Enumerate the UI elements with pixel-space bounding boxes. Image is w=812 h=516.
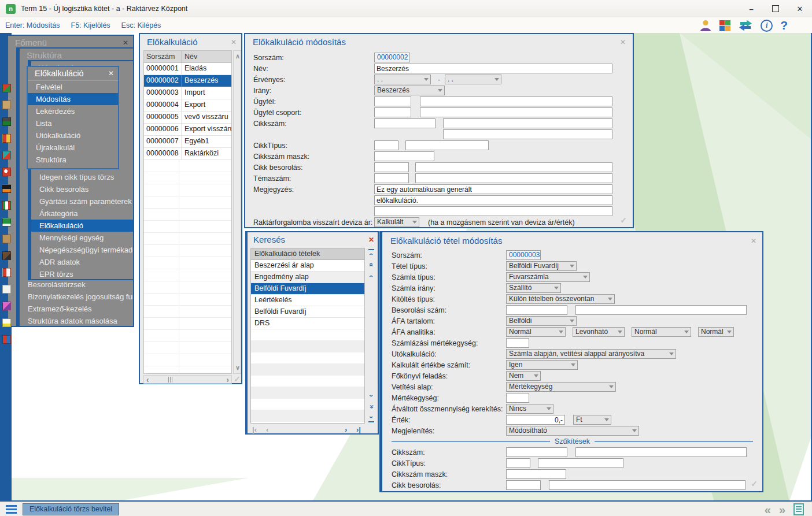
vetitesi-alap-combo[interactable]: Mértékegység [506, 382, 616, 392]
table-row-selected[interactable]: 00000002Beszerzés [144, 75, 231, 87]
megjegyzes-line1-input[interactable] [374, 184, 612, 194]
scroll-page-up-icon[interactable] [367, 261, 376, 268]
menu-esc-kilepes[interactable]: Esc: Kilépés [121, 21, 161, 29]
table-row[interactable]: 00000006Export visszáru [144, 124, 231, 136]
nav-next-icon[interactable] [345, 425, 347, 434]
mini-module-icon[interactable] [2, 218, 11, 227]
confirm-check-icon[interactable] [234, 374, 241, 384]
menu-item[interactable]: Mennyiségi egység [31, 232, 133, 244]
menu-item[interactable]: Besorolástörzsek [20, 279, 133, 291]
scroll-page-down-icon[interactable] [367, 403, 376, 410]
mini-module-icon[interactable] [2, 201, 11, 210]
mini-module-icon[interactable] [2, 318, 11, 327]
status-tab[interactable]: Előkalkuláció törzs bevitel [23, 503, 119, 515]
ervenyes-from-combo[interactable]: . . [374, 75, 431, 84]
besorolasi-szam-code-input[interactable] [506, 305, 567, 315]
tetel-tipus-combo[interactable]: Belföldi Fuvardíj [506, 261, 577, 271]
menu-item[interactable]: Bizonylatkezelés jogosultság funkció [20, 291, 133, 303]
nav-first-icon[interactable] [252, 425, 257, 434]
atvaltott-combo[interactable]: Nincs [506, 404, 553, 414]
cikktipus-code-input[interactable] [374, 140, 398, 150]
irany-combo[interactable]: Beszerzés [374, 86, 445, 95]
szukites-cikkszam-maszk-input[interactable] [506, 469, 566, 479]
menu-item[interactable]: ADR adatok [31, 256, 133, 268]
confirm-check-icon[interactable] [620, 216, 627, 225]
cikk-besorolas-code-input[interactable] [374, 162, 409, 172]
scroll-up-icon[interactable] [235, 53, 240, 60]
menu-item[interactable]: Utókalkuláció [28, 129, 118, 142]
scroll-down-icon[interactable] [235, 365, 240, 371]
temaszam-name-input[interactable] [415, 173, 612, 183]
cikkszam-maszk-input[interactable] [374, 151, 434, 161]
menu-item[interactable]: Struktúra adatok másolása [20, 315, 133, 327]
nav-prev-icon[interactable] [266, 425, 268, 434]
table-row[interactable]: 00000003Import [144, 87, 231, 99]
close-icon[interactable] [620, 38, 626, 46]
mini-module-icon[interactable] [2, 335, 11, 344]
menu-item-selected[interactable]: Előkalkuláció [31, 220, 133, 232]
mini-module-icon[interactable] [2, 117, 11, 126]
menu-item[interactable]: Lekérdezés [28, 105, 118, 117]
menu-item[interactable]: Felvétel [28, 81, 118, 93]
szukites-cikkszam-name-input[interactable] [575, 447, 747, 457]
apps-grid-icon[interactable] [719, 20, 730, 31]
scrollbar-grip[interactable] [168, 377, 172, 383]
cikk-besorolas-name-input[interactable] [415, 162, 612, 172]
mini-module-icon[interactable] [2, 134, 11, 143]
cikkszam-name2-input[interactable] [443, 129, 612, 139]
hamburger-menu-icon[interactable] [6, 505, 17, 514]
szamlazasi-me-input[interactable] [506, 338, 529, 348]
table-row[interactable]: 00000008Raktárközi [144, 148, 231, 160]
mini-module-icon[interactable] [2, 101, 11, 109]
szukites-cikktipus-name-input[interactable] [538, 458, 623, 468]
nav-last-icon[interactable] [356, 425, 361, 434]
utokalkulacio-combo[interactable]: Számla alapján, vetítési alappal arányos… [506, 349, 676, 359]
close-icon[interactable] [123, 39, 128, 47]
table-row[interactable]: 00000004Export [144, 99, 231, 112]
scroll-right-icon[interactable] [226, 376, 229, 384]
nav-forward-icon[interactable] [779, 504, 785, 515]
menu-item[interactable]: Extramező-kezelés [20, 303, 133, 315]
mini-module-icon[interactable] [2, 84, 11, 92]
list-item[interactable]: Engedmény alap [251, 272, 364, 283]
list-item[interactable]: Leértékelés [251, 295, 364, 306]
list-item[interactable]: Beszerzési ár alap [251, 260, 364, 272]
menu-item[interactable]: Struktúra [28, 154, 118, 166]
scroll-up-icon[interactable] [367, 273, 376, 280]
close-icon[interactable] [751, 237, 756, 245]
menu-item[interactable]: Lista [28, 117, 118, 129]
vertical-scrollbar[interactable] [233, 50, 241, 374]
task-list-icon[interactable] [793, 503, 804, 515]
mertekegyseg-input[interactable] [506, 393, 529, 403]
close-icon[interactable] [108, 69, 114, 77]
ugyfel-csoport-code-input[interactable] [374, 107, 411, 117]
afa-analitika-combo-1[interactable]: Normál [506, 327, 566, 337]
mini-module-icon[interactable] [2, 268, 11, 277]
szukites-cikkszam-code-input[interactable] [506, 447, 567, 457]
mini-module-icon[interactable] [2, 235, 11, 243]
afa-analitika-combo-2[interactable]: Levonható [573, 327, 625, 337]
confirm-check-icon[interactable] [751, 479, 758, 488]
mini-module-icon[interactable] [2, 168, 11, 176]
scroll-bottom-icon[interactable] [367, 414, 376, 422]
list-item[interactable]: DRS [251, 318, 364, 329]
transfer-arrows-icon[interactable] [738, 19, 753, 32]
menu-item-selected[interactable]: Módosítás [28, 93, 118, 105]
close-icon[interactable] [231, 38, 237, 46]
mini-module-icon[interactable] [2, 251, 11, 260]
menu-item[interactable]: EPR törzs [31, 268, 133, 280]
temaszam-code-input[interactable] [374, 173, 409, 183]
mini-module-icon[interactable] [2, 184, 11, 193]
nav-back-icon[interactable] [765, 504, 771, 515]
megjegyzes-line3-input[interactable] [374, 206, 612, 216]
help-icon[interactable] [780, 18, 788, 32]
table-row[interactable]: 00000007Egyéb1 [144, 136, 231, 148]
info-icon[interactable] [761, 20, 773, 32]
nev-input[interactable] [374, 64, 612, 73]
scroll-down-icon[interactable] [367, 392, 376, 399]
menu-item[interactable]: Cikk besorolás [31, 183, 133, 195]
ugyfel-code-input[interactable] [374, 96, 411, 106]
kitoltes-tipus-combo[interactable]: Külön tételben összevontan [506, 294, 615, 304]
afa-analitika-combo-3[interactable]: Normál [632, 327, 691, 337]
scroll-top-icon[interactable] [367, 249, 376, 258]
